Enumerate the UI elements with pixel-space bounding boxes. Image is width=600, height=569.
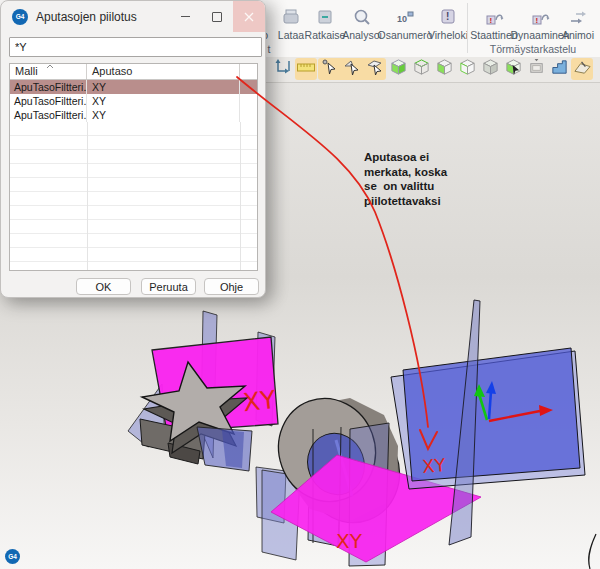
section-box-icon [527,58,546,81]
minimize-icon [181,16,190,17]
svg-text:!: ! [446,11,449,22]
measure-button[interactable] [295,58,317,80]
cursor-cube-icon [504,58,523,81]
update-view-button[interactable] [272,58,294,80]
step-model-button[interactable] [548,58,570,80]
minimize-button[interactable] [169,1,201,32]
maximize-icon [212,12,222,22]
g4-logo: G4 [5,549,20,564]
select-face-button[interactable] [364,58,386,80]
shaded-cube-icon [389,58,408,81]
aputaso-table: Malli Aputaso ApuTasoFiltteri... XY ApuT… [9,63,258,271]
part-number-icon: 10 [395,6,415,28]
aputasojen-piilotus-dialog: G4 Aputasojen piilotus Malli Aputaso Apu… [0,0,266,298]
ribbon-item-label: Analysoi [342,29,382,41]
ok-button[interactable]: OK [76,278,131,295]
dynamic-collision-icon: ! [530,6,550,28]
cursor-point-icon [320,58,338,80]
column-header-aputaso[interactable]: Aputaso [87,64,240,79]
g4-app-icon: G4 [12,9,28,25]
static-collision-icon: ! [484,6,504,28]
hidden-edges-view-button[interactable] [456,58,478,80]
svg-text:!: ! [490,16,493,25]
svg-text:!: ! [536,16,539,25]
select-edge-button[interactable] [341,58,363,80]
hidden-edge-cube-icon [458,58,477,81]
update-arrows-icon [274,58,292,80]
solve-icon [315,6,335,28]
help-button[interactable]: Ohje [204,278,259,295]
close-icon [244,12,254,22]
sort-ascending-icon [46,64,54,69]
solid-view-button[interactable] [479,58,501,80]
tutorial-annotation-text: Aputasoa ei merkata, koska se on valittu… [364,150,474,208]
sketch-plane-button[interactable] [571,58,593,80]
halfshade-view-button[interactable] [433,58,455,80]
cursor-edge-icon [343,58,361,80]
select-point-button[interactable] [318,58,340,80]
error-log-icon: ! [438,6,458,28]
selection-mode-group [318,58,386,80]
table-row[interactable]: ApuTasoFiltteri... XY [10,108,257,122]
ribbon-item-animoi[interactable]: Animoi [558,0,598,41]
ribbon-group-label-collision: Törmäystarkastelu [470,43,596,55]
table-row[interactable]: ApuTasoFiltteri... XY [10,94,257,108]
step-model-icon [550,58,569,81]
wireframe-cube-icon [412,58,431,81]
cursor-face-icon [366,58,384,80]
table-header[interactable]: Malli Aputaso [10,64,257,80]
ribbon-item-label: Lataa [278,29,304,41]
wireframe-view-button[interactable] [410,58,432,80]
section-box-button[interactable] [525,58,547,80]
ruler-icon [296,58,316,80]
ribbon-item-virheloki[interactable]: ! Virheloki [424,0,472,41]
ribbon-group-separator [467,3,468,53]
maximize-button[interactable] [201,1,233,32]
close-button[interactable] [233,1,265,32]
filter-input[interactable] [9,37,262,57]
shaded-view-button[interactable] [387,58,409,80]
load-icon [281,6,301,28]
magnifier-icon [352,6,372,28]
halfshade-cube-icon [435,58,454,81]
table-empty-area [10,122,257,271]
select-body-button[interactable] [502,58,524,80]
dialog-title: Aputasojen piilotus [36,10,137,24]
table-row[interactable]: ApuTasoFiltteri... XY [10,80,257,94]
cancel-button[interactable]: Peruuta [141,278,196,295]
sketch-plane-icon [573,58,592,81]
svg-text:10: 10 [397,14,407,24]
solid-cube-icon [481,58,500,81]
ribbon-item-label: Virheloki [428,29,468,41]
animate-icon [568,6,588,28]
ribbon-item-label: Animoi [562,29,594,41]
